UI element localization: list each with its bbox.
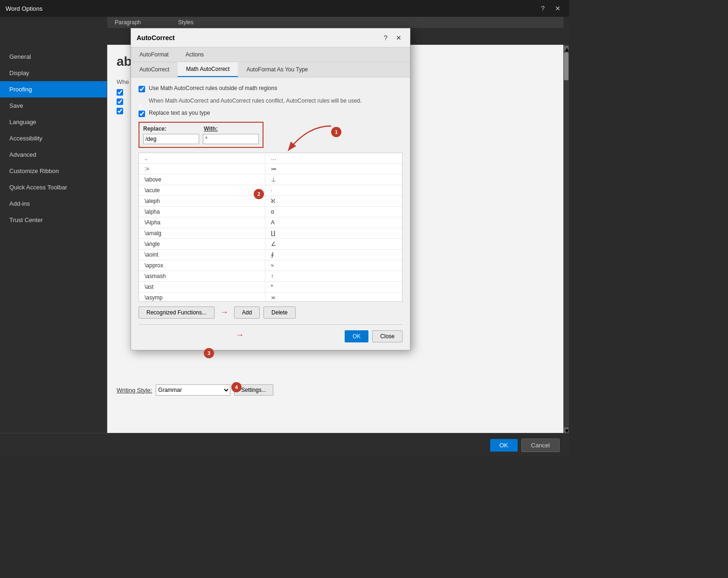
tab-math-autocorrect[interactable]: Math AutoCorrect [178, 62, 238, 77]
use-math-checkbox-row: Use Math AutoCorrect rules outside of ma… [139, 85, 402, 92]
ok-button[interactable]: OK [490, 439, 518, 452]
dialog-close-button2[interactable]: Close [372, 330, 402, 342]
add-button[interactable]: Add [234, 306, 260, 319]
sym-row-approx: \approx ≈ [139, 260, 402, 271]
symbols-table-inner[interactable]: .. … := ≔ \above ⊥ \acute · \aleph ℵ [139, 153, 402, 302]
replace-input[interactable] [143, 134, 199, 144]
sidebar-item-advanced[interactable]: Advanced [0, 146, 107, 163]
main-scrollbar[interactable]: ▲ ▼ [563, 45, 569, 433]
sym-row-asmash: \asmash ↑ [139, 271, 402, 282]
replace-as-you-type-checkbox[interactable] [139, 111, 145, 117]
badge-3: 3 [204, 348, 214, 358]
writing-style-select[interactable]: Grammar [156, 384, 230, 396]
sym-row-aleph: \aleph ℵ [139, 196, 402, 207]
paragraph-header-label: Paragraph [115, 19, 141, 26]
arrow-4-icon: → [139, 330, 341, 342]
replace-with-inputs [143, 134, 259, 144]
sidebar-item-add-ins[interactable]: Add-ins [0, 195, 107, 212]
writing-style-label: Writing Style: [117, 387, 152, 394]
scroll-up-arrow[interactable]: ▲ [564, 46, 569, 51]
with-label: With: [204, 125, 218, 132]
sym-replace-dotdot: .. [139, 153, 265, 163]
sym-row-ast: \ast * [139, 282, 402, 292]
dialog-titlebar: AutoCorrect ? ✕ [131, 28, 410, 48]
word-options-title: Word Options [6, 5, 42, 12]
sym-row-Alpha: \Alpha Α [139, 217, 402, 228]
sym-row-aoint: \aoint ∮ [139, 250, 402, 260]
badge-4: 4 [231, 382, 242, 392]
sidebar-item-trust-center[interactable]: Trust Center [0, 212, 107, 228]
sidebar-item-customize-ribbon[interactable]: Customize Ribbon [0, 163, 107, 179]
whe-label: Whe [117, 78, 129, 85]
help-button[interactable]: ? [537, 3, 548, 14]
replace-with-header: Replace: With: [143, 125, 259, 132]
bottom-bar: OK Cancel [0, 433, 569, 457]
word-options-titlebar: Word Options ? ✕ [0, 0, 569, 17]
sidebar-item-proofing[interactable]: Proofing [0, 81, 107, 97]
dialog-help-button[interactable]: ? [380, 32, 391, 43]
dialog-content: Use Math AutoCorrect rules outside of ma… [131, 77, 410, 350]
checkbox-3[interactable] [117, 108, 123, 114]
recognized-functions-row: Recognized Functions... → Add Delete [139, 306, 402, 319]
tab-autoformat[interactable]: AutoFormat [131, 48, 177, 62]
dialog-tabs-row2: AutoCorrect Math AutoCorrect AutoFormat … [131, 62, 410, 77]
dialog-bottom-buttons: → OK Close [139, 324, 402, 342]
replace-label: Replace: [143, 125, 166, 132]
dialog-tabs-row1: AutoFormat Actions [131, 48, 410, 62]
with-input[interactable] [203, 134, 259, 144]
titlebar-controls: ? ✕ [537, 3, 563, 14]
tab-autoformat-as-you-type[interactable]: AutoFormat As You Type [238, 62, 316, 77]
tab-actions[interactable]: Actions [177, 48, 212, 62]
checkbox-1[interactable] [117, 89, 123, 96]
sym-row-acute: \acute · [139, 185, 402, 196]
replace-as-you-type-row: Replace text as you type [139, 110, 402, 117]
badge-1: 1 [331, 127, 341, 137]
sidebar-item-quick-access[interactable]: Quick Access Toolbar [0, 179, 107, 195]
styles-header-label: Styles [178, 19, 194, 26]
use-math-subtext: When Math AutoCorrect and AutoCorrect ru… [149, 97, 402, 105]
symbols-table-wrapper: .. … := ≔ \above ⊥ \acute · \aleph ℵ [139, 153, 402, 302]
sym-row-colonequal: := ≔ [139, 164, 402, 174]
sidebar-item-accessibility[interactable]: Accessibility [0, 130, 107, 146]
dialog-title: AutoCorrect [137, 34, 175, 42]
recognized-functions-button[interactable]: Recognized Functions... [139, 306, 215, 319]
replace-as-you-type-label: Replace text as you type [149, 110, 210, 116]
sidebar-item-general[interactable]: General [0, 49, 107, 65]
dialog-controls: ? ✕ [380, 32, 404, 43]
sidebar-item-display[interactable]: Display [0, 65, 107, 81]
replace-with-section: Replace: With: [139, 122, 263, 148]
writing-style-section: Writing Style: Grammar Settings... [117, 384, 273, 396]
scroll-down-arrow[interactable]: ▼ [564, 427, 569, 433]
checkbox-2[interactable] [117, 98, 123, 105]
tab-autocorrect[interactable]: AutoCorrect [131, 62, 178, 77]
dialog-ok-button[interactable]: OK [345, 330, 368, 342]
badge-2: 2 [254, 189, 264, 199]
sym-row-above: \above ⊥ [139, 174, 402, 185]
use-math-checkbox[interactable] [139, 86, 145, 92]
sym-row-amalg: \amalg ∐ [139, 228, 402, 239]
sidebar: General Display Proofing Save Language A… [0, 45, 107, 433]
scrollbar-thumb[interactable] [564, 52, 569, 80]
use-math-label: Use Math AutoCorrect rules outside of ma… [149, 85, 277, 91]
dialog-close-button[interactable]: ✕ [393, 32, 404, 43]
sym-row-asymp: \asymp ≍ [139, 292, 402, 302]
sidebar-item-language[interactable]: Language [0, 114, 107, 130]
sidebar-item-save[interactable]: Save [0, 97, 107, 114]
arrow-3-icon: → [220, 307, 229, 317]
cancel-button[interactable]: Cancel [521, 439, 560, 452]
delete-button[interactable]: Delete [263, 306, 296, 319]
sym-row-angle: \angle ∠ [139, 239, 402, 250]
close-button[interactable]: ✕ [552, 3, 563, 14]
autocorrect-dialog: AutoCorrect ? ✕ AutoFormat Actions AutoC… [131, 28, 410, 350]
sym-row-dotdot: .. … [139, 153, 402, 164]
sym-row-alpha: \alpha α [139, 207, 402, 217]
sym-with-dotdot: … [265, 153, 402, 163]
